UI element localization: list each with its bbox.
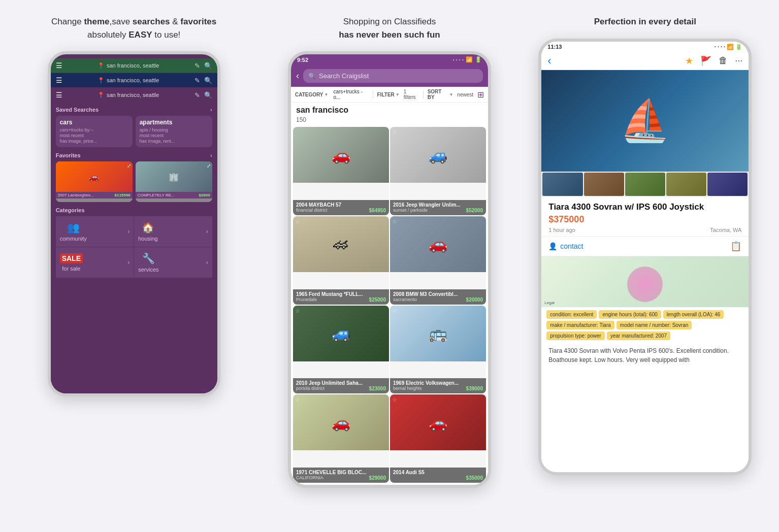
tag-model: model name / number: Sovran [616, 321, 692, 329]
cat-housing-left: 🏠 housing [138, 221, 158, 242]
cat-services[interactable]: 🔧 services › [134, 247, 212, 278]
tag-length: length overall (LOA): 46 [663, 310, 724, 319]
listing-price-0: $64950 [369, 208, 386, 213]
flag-icon[interactable]: 🚩 [700, 55, 711, 66]
filter-label: FILTER [377, 92, 395, 97]
status-icons-2: · · · · 📶 🔋 [453, 56, 482, 63]
fav-card-studio[interactable]: 🏢 COMPLETELY RE... $2800 ⤢ [136, 161, 212, 202]
filter-sep-2 [423, 90, 424, 98]
star-icon[interactable]: ★ [685, 55, 693, 66]
thumb-4[interactable] [666, 173, 706, 196]
signal-dots-3: · · · · [715, 44, 725, 50]
fav-star-2: ☆ [295, 218, 300, 225]
expand-icon-lamborghini: ⤢ [127, 163, 131, 169]
fav-label-lamborghini: 2007 Lamborghini... [58, 193, 94, 197]
header-bar-green: ☰ 📍 san francisco, seattle ✎ 🔍 [51, 58, 217, 73]
contact-button[interactable]: 👤 contact [548, 242, 583, 250]
thumb-3[interactable] [625, 173, 665, 196]
filter-chip-category-val: cars+trucks - o... [333, 89, 368, 100]
panel-1: Change theme,save searches & favorites a… [10, 10, 257, 522]
thumb-5[interactable] [707, 173, 748, 196]
favorites-arrow[interactable]: › [210, 152, 212, 158]
panel2-line1: Shopping on Classifieds [343, 17, 436, 26]
saved-searches-arrow[interactable]: › [210, 107, 212, 113]
saved-card-apts-line1: apts / housing [140, 127, 208, 132]
detail-thumbnails [541, 172, 749, 197]
icons-blue: ✎ 🔍 [194, 77, 212, 84]
thumb-2[interactable] [584, 173, 624, 196]
favorites-grid: 🚗 2007 Lamborghini... $115998 ⤢ 🏢 COMPLE… [56, 161, 212, 202]
sort-arrow: ▼ [449, 92, 453, 97]
listing-title-6: 1971 CHEVELLE BIG BLOC... [296, 470, 386, 475]
fav-card-lamborghini[interactable]: 🚗 2007 Lamborghini... $115998 ⤢ [56, 161, 133, 202]
cat-forsale[interactable]: SALE for sale › [56, 247, 134, 278]
listing-location: Tacoma, WA [710, 227, 741, 233]
listing-overlay-3: 2008 BMW M3 Convertibl... sacramento $20… [390, 289, 486, 305]
saved-card-apartments[interactable]: apartments apts / housing most recent ha… [136, 116, 212, 147]
tag-engine-hours: engine hours (total): 600 [599, 310, 661, 319]
listing-loc-0: financial district [296, 208, 328, 213]
listing-card-6[interactable]: 🚗 ☆ 1971 CHEVELLE BIG BLOC... CALIFORNIA… [293, 394, 389, 483]
fav-img-lamborghini: 🚗 [56, 161, 133, 192]
listing-card-2[interactable]: 🏎 ☆ 1965 Ford Mustang *FULL... Prunedale… [293, 216, 389, 305]
back-button-2[interactable]: ‹ [296, 71, 299, 81]
filter-chip-sort[interactable]: SORT BY ▼ [428, 89, 453, 100]
categories-title: Categories [56, 207, 85, 213]
search-icon-blue: 🔍 [204, 77, 212, 84]
menu-icon-blue: ☰ [56, 76, 62, 84]
housing-label: housing [138, 236, 158, 242]
status-bar-2: 9:52 · · · · 📶 🔋 [291, 54, 488, 65]
detail-description: Tiara 4300 Sovran with Volvo Penta IPS 6… [541, 343, 749, 368]
map-circle-overlay [627, 267, 663, 302]
fav-star-3: ☆ [392, 218, 397, 225]
cat-housing[interactable]: 🏠 housing › [134, 216, 212, 247]
search-input-wrap[interactable]: 🔍 Search Craigslist [303, 69, 483, 83]
listing-loc-3: sacramento [393, 297, 417, 303]
tag-make: make / manufacturer: Tiara [546, 321, 614, 329]
location-text-active: san francisco, seattle [107, 92, 159, 98]
wifi-icon: 📶 [466, 56, 473, 63]
forsale-arrow: › [127, 259, 129, 266]
listing-img-2: 🏎 [293, 216, 389, 272]
saved-card-apts-title: apartments [140, 119, 208, 126]
listing-card-1[interactable]: 🚙 ☆ 2016 Jeep Wrangler Unlim... sunset /… [390, 127, 486, 215]
listing-card-4[interactable]: 🚙 ☆ 2010 Jeep Unlimited Saha... portola … [293, 306, 389, 394]
thumb-1[interactable] [542, 173, 582, 196]
stacked-bars: ☰ 📍 san francisco, seattle ✎ 🔍 ☰ 📍 san f… [51, 54, 217, 103]
cat-community[interactable]: 👥 community › [56, 216, 134, 247]
grid-toggle[interactable]: ⊞ [477, 90, 484, 99]
fav-price-studio: $2800 [199, 193, 210, 197]
listing-img-6: 🚗 [293, 394, 389, 450]
listing-card-7[interactable]: 🚗 ☆ 2014 Audi S5 $35000 [390, 394, 486, 483]
detail-nav-icons: ★ 🚩 🗑 ··· [685, 55, 742, 66]
categories-header: Categories [56, 207, 212, 213]
forsale-label: for sale [62, 265, 80, 272]
listing-overlay-7: 2014 Audi S5 $35000 [390, 468, 486, 483]
listing-card-5[interactable]: 🚌 ☆ 1969 Electric Volkswagen... bernal h… [390, 306, 486, 394]
edit-icon-active: ✎ [194, 91, 200, 99]
fav-info-studio: COMPLETELY RE... $2800 [136, 192, 212, 198]
trash-icon[interactable]: 🗑 [719, 55, 728, 66]
category-value: cars+trucks - o... [333, 89, 368, 100]
more-icon[interactable]: ··· [735, 55, 742, 66]
listing-card-3[interactable]: 🚗 ☆ 2008 BMW M3 Convertibl... sacramento… [390, 216, 486, 305]
listing-overlay-6: 1971 CHEVELLE BIG BLOC... CALIFORNIA $29… [293, 468, 389, 483]
saved-card-apts-line3: has image, rent... [140, 139, 208, 144]
detail-meta: 1 hour ago Tacoma, WA [548, 227, 741, 233]
listing-card-0[interactable]: 🚗 2004 MAYBACH 57 financial district $64… [293, 127, 389, 215]
header-bar-blue: ☰ 📍 san francisco, seattle ✎ 🔍 [51, 73, 217, 87]
edit-icon-blue: ✎ [194, 77, 200, 84]
easy-bold: EASY [128, 30, 152, 40]
detail-nav: ‹ ★ 🚩 🗑 ··· [541, 52, 749, 70]
listing-overlay-1: 2016 Jeep Wrangler Unlim... sunset / par… [390, 200, 486, 215]
filter-chip-category[interactable]: CATEGORY ▼ [295, 92, 328, 97]
detail-title: Tiara 4300 Sovran w/ IPS 600 Joystick [548, 202, 741, 212]
saved-searches-list: cars cars+trucks by:-- most recent has i… [56, 116, 212, 147]
detail-map[interactable]: Legal [541, 256, 749, 307]
filter-chip-filter[interactable]: FILTER ▼ [377, 92, 400, 97]
back-button-3[interactable]: ‹ [547, 54, 551, 68]
copy-button[interactable]: 📋 [730, 241, 741, 252]
status-bar-3: 11:13 · · · · 📶 🔋 [541, 42, 749, 52]
saved-card-cars[interactable]: cars cars+trucks by:-- most recent has i… [56, 116, 133, 147]
search-icon-green: 🔍 [204, 62, 212, 70]
